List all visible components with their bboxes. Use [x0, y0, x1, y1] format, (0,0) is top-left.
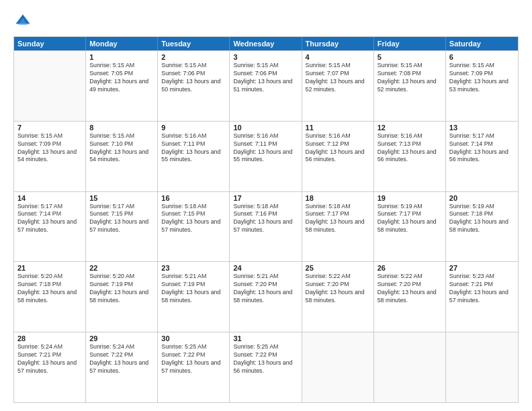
cal-cell-w2-d2: 8Sunrise: 5:15 AMSunset: 7:10 PMDaylight… [86, 122, 158, 191]
cal-cell-w3-d7: 20Sunrise: 5:19 AMSunset: 7:18 PMDayligh… [446, 192, 518, 262]
day-number: 5 [378, 53, 442, 61]
day-info: Sunrise: 5:16 AMSunset: 7:11 PMDaylight:… [161, 132, 226, 165]
cal-cell-w2-d5: 11Sunrise: 5:16 AMSunset: 7:12 PMDayligh… [302, 122, 374, 191]
day-number: 22 [89, 264, 154, 272]
cal-cell-w5-d6 [374, 332, 446, 402]
day-number: 14 [17, 194, 82, 202]
cal-cell-w4-d7: 27Sunrise: 5:23 AMSunset: 7:21 PMDayligh… [446, 262, 518, 332]
cal-cell-w3-d2: 15Sunrise: 5:17 AMSunset: 7:15 PMDayligh… [86, 192, 158, 262]
cal-header-friday: Friday [374, 37, 446, 50]
cal-cell-w5-d5 [302, 332, 374, 402]
day-info: Sunrise: 5:21 AMSunset: 7:19 PMDaylight:… [161, 273, 226, 305]
day-info: Sunrise: 5:22 AMSunset: 7:20 PMDaylight:… [306, 273, 370, 305]
cal-cell-w5-d1: 28Sunrise: 5:24 AMSunset: 7:21 PMDayligh… [14, 332, 86, 402]
day-info: Sunrise: 5:24 AMSunset: 7:22 PMDaylight:… [89, 343, 154, 375]
day-number: 6 [449, 53, 515, 61]
cal-cell-w3-d4: 17Sunrise: 5:18 AMSunset: 7:16 PMDayligh… [230, 192, 302, 262]
day-number: 4 [306, 53, 370, 61]
day-number: 19 [378, 194, 442, 202]
day-number: 10 [233, 124, 298, 132]
cal-cell-w3-d5: 18Sunrise: 5:18 AMSunset: 7:17 PMDayligh… [302, 192, 374, 262]
day-info: Sunrise: 5:15 AMSunset: 7:06 PMDaylight:… [161, 62, 226, 94]
day-number: 23 [161, 264, 226, 272]
day-number: 16 [161, 194, 226, 202]
day-info: Sunrise: 5:25 AMSunset: 7:22 PMDaylight:… [161, 343, 226, 375]
cal-cell-w3-d1: 14Sunrise: 5:17 AMSunset: 7:14 PMDayligh… [14, 192, 86, 262]
day-number: 24 [233, 264, 298, 272]
day-info: Sunrise: 5:18 AMSunset: 7:16 PMDaylight:… [233, 203, 298, 235]
cal-cell-w2-d4: 10Sunrise: 5:16 AMSunset: 7:11 PMDayligh… [230, 122, 302, 191]
cal-header-wednesday: Wednesday [230, 37, 302, 50]
day-number: 29 [89, 334, 154, 342]
day-info: Sunrise: 5:25 AMSunset: 7:22 PMDaylight:… [233, 343, 298, 375]
cal-week-1: 1Sunrise: 5:15 AMSunset: 7:05 PMDaylight… [14, 50, 518, 121]
day-info: Sunrise: 5:24 AMSunset: 7:21 PMDaylight:… [17, 343, 82, 375]
cal-cell-w4-d2: 22Sunrise: 5:20 AMSunset: 7:19 PMDayligh… [86, 262, 158, 332]
day-info: Sunrise: 5:18 AMSunset: 7:15 PMDaylight:… [161, 203, 226, 235]
cal-header-sunday: Sunday [14, 37, 86, 50]
day-number: 9 [161, 124, 226, 132]
day-number: 1 [89, 53, 154, 61]
day-info: Sunrise: 5:20 AMSunset: 7:19 PMDaylight:… [89, 273, 154, 305]
day-info: Sunrise: 5:21 AMSunset: 7:20 PMDaylight:… [233, 273, 298, 305]
day-info: Sunrise: 5:19 AMSunset: 7:18 PMDaylight:… [449, 203, 515, 235]
day-info: Sunrise: 5:23 AMSunset: 7:21 PMDaylight:… [449, 273, 515, 305]
day-number: 28 [17, 334, 82, 342]
day-number: 26 [378, 264, 442, 272]
day-number: 17 [233, 194, 298, 202]
logo [13, 12, 35, 31]
day-info: Sunrise: 5:15 AMSunset: 7:09 PMDaylight:… [17, 132, 82, 165]
day-number: 27 [449, 264, 515, 272]
day-info: Sunrise: 5:15 AMSunset: 7:09 PMDaylight:… [449, 62, 515, 94]
cal-cell-w5-d7 [446, 332, 518, 402]
page: SundayMondayTuesdayWednesdayThursdayFrid… [0, 0, 532, 411]
cal-cell-w5-d4: 31Sunrise: 5:25 AMSunset: 7:22 PMDayligh… [230, 332, 302, 402]
day-number: 12 [378, 124, 442, 132]
calendar-body: 1Sunrise: 5:15 AMSunset: 7:05 PMDaylight… [14, 50, 518, 402]
day-number: 21 [17, 264, 82, 272]
logo-icon [13, 12, 32, 31]
day-number: 15 [89, 194, 154, 202]
day-number: 20 [449, 194, 515, 202]
day-info: Sunrise: 5:19 AMSunset: 7:17 PMDaylight:… [378, 203, 442, 235]
cal-header-thursday: Thursday [302, 37, 374, 50]
cal-cell-w5-d3: 30Sunrise: 5:25 AMSunset: 7:22 PMDayligh… [158, 332, 230, 402]
day-info: Sunrise: 5:16 AMSunset: 7:11 PMDaylight:… [233, 132, 298, 165]
day-number: 13 [449, 124, 515, 132]
cal-cell-w2-d1: 7Sunrise: 5:15 AMSunset: 7:09 PMDaylight… [14, 122, 86, 191]
day-number: 25 [306, 264, 370, 272]
day-info: Sunrise: 5:22 AMSunset: 7:20 PMDaylight:… [378, 273, 442, 305]
cal-cell-w3-d6: 19Sunrise: 5:19 AMSunset: 7:17 PMDayligh… [374, 192, 446, 262]
day-info: Sunrise: 5:16 AMSunset: 7:13 PMDaylight:… [378, 132, 442, 165]
day-info: Sunrise: 5:15 AMSunset: 7:06 PMDaylight:… [233, 62, 298, 94]
day-info: Sunrise: 5:17 AMSunset: 7:15 PMDaylight:… [89, 203, 154, 235]
header [13, 12, 519, 31]
cal-cell-w1-d2: 1Sunrise: 5:15 AMSunset: 7:05 PMDaylight… [86, 51, 158, 121]
day-info: Sunrise: 5:16 AMSunset: 7:12 PMDaylight:… [306, 132, 370, 165]
cal-cell-w5-d2: 29Sunrise: 5:24 AMSunset: 7:22 PMDayligh… [86, 332, 158, 402]
cal-header-tuesday: Tuesday [158, 37, 230, 50]
day-info: Sunrise: 5:15 AMSunset: 7:05 PMDaylight:… [89, 62, 154, 94]
cal-cell-w1-d6: 5Sunrise: 5:15 AMSunset: 7:08 PMDaylight… [374, 51, 446, 121]
cal-cell-w2-d3: 9Sunrise: 5:16 AMSunset: 7:11 PMDaylight… [158, 122, 230, 191]
cal-cell-w3-d3: 16Sunrise: 5:18 AMSunset: 7:15 PMDayligh… [158, 192, 230, 262]
day-number: 11 [306, 124, 370, 132]
day-number: 2 [161, 53, 226, 61]
cal-cell-w4-d4: 24Sunrise: 5:21 AMSunset: 7:20 PMDayligh… [230, 262, 302, 332]
cal-cell-w1-d3: 2Sunrise: 5:15 AMSunset: 7:06 PMDaylight… [158, 51, 230, 121]
day-info: Sunrise: 5:17 AMSunset: 7:14 PMDaylight:… [17, 203, 82, 235]
day-number: 31 [233, 334, 298, 342]
cal-cell-w4-d6: 26Sunrise: 5:22 AMSunset: 7:20 PMDayligh… [374, 262, 446, 332]
cal-cell-w2-d7: 13Sunrise: 5:17 AMSunset: 7:14 PMDayligh… [446, 122, 518, 191]
cal-week-4: 21Sunrise: 5:20 AMSunset: 7:18 PMDayligh… [14, 261, 518, 332]
cal-header-saturday: Saturday [446, 37, 518, 50]
day-info: Sunrise: 5:15 AMSunset: 7:10 PMDaylight:… [89, 132, 154, 165]
day-number: 18 [306, 194, 370, 202]
day-info: Sunrise: 5:15 AMSunset: 7:07 PMDaylight:… [306, 62, 370, 94]
cal-cell-w1-d1 [14, 51, 86, 121]
cal-week-3: 14Sunrise: 5:17 AMSunset: 7:14 PMDayligh… [14, 191, 518, 262]
calendar: SundayMondayTuesdayWednesdayThursdayFrid… [13, 36, 519, 403]
day-info: Sunrise: 5:17 AMSunset: 7:14 PMDaylight:… [449, 132, 515, 165]
day-number: 7 [17, 124, 82, 132]
calendar-header-row: SundayMondayTuesdayWednesdayThursdayFrid… [14, 37, 518, 50]
